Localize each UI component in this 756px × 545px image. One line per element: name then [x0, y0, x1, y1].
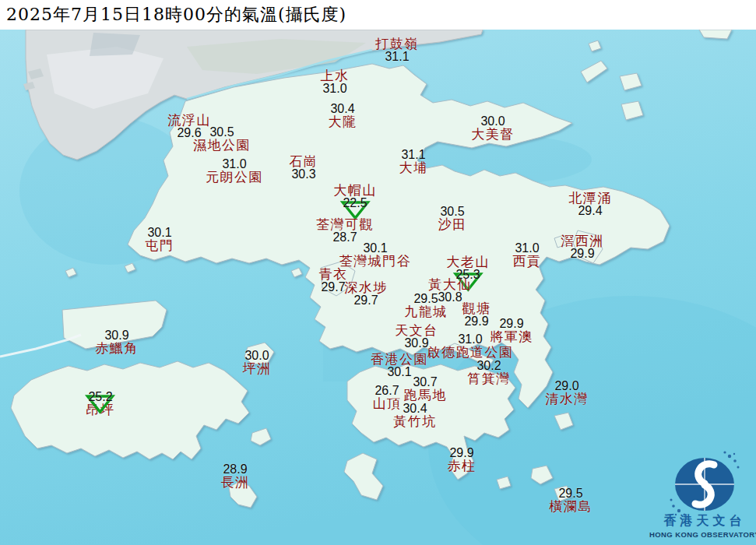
urban-texture [90, 33, 140, 56]
hko-logo-english: HONG KONG OBSERVATORY [649, 530, 756, 539]
hko-logo-chinese: 香港天文台 [663, 513, 746, 528]
map-title: 2025年7月15日18時00分的氣溫(攝氏度) [0, 3, 346, 26]
title-bar: 2025年7月15日18時00分的氣溫(攝氏度) [0, 0, 756, 30]
hong-kong-basemap: 香港天文台 HONG KONG OBSERVATORY [0, 0, 756, 545]
temperature-map: 香港天文台 HONG KONG OBSERVATORY 打鼓嶺 31.1 上水 … [0, 0, 756, 545]
mirs-bay-north-island [699, 30, 732, 39]
